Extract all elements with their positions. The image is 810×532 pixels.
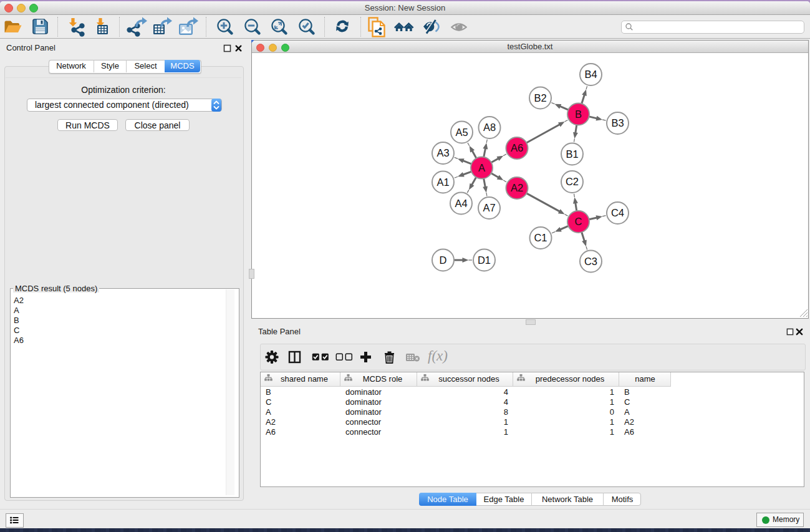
svg-text:A8: A8 (483, 122, 496, 133)
svg-text:C2: C2 (566, 176, 579, 187)
svg-text:A6: A6 (511, 142, 523, 153)
svg-text:A5: A5 (455, 127, 468, 138)
svg-text:C1: C1 (534, 232, 547, 243)
svg-text:B3: B3 (611, 117, 624, 128)
svg-text:D: D (440, 254, 447, 266)
svg-text:B1: B1 (566, 148, 578, 160)
svg-text:A7: A7 (483, 202, 495, 213)
svg-text:A2: A2 (511, 182, 523, 193)
svg-text:A1: A1 (436, 177, 449, 188)
svg-text:B: B (575, 109, 582, 120)
svg-text:B2: B2 (534, 92, 546, 104)
svg-text:B4: B4 (584, 69, 597, 80)
svg-text:D1: D1 (478, 254, 491, 266)
svg-text:C: C (575, 216, 582, 227)
svg-text:A: A (478, 162, 485, 173)
svg-text:A3: A3 (436, 147, 449, 158)
svg-text:C3: C3 (584, 256, 597, 267)
svg-text:C4: C4 (611, 207, 624, 218)
svg-text:A4: A4 (455, 198, 467, 209)
